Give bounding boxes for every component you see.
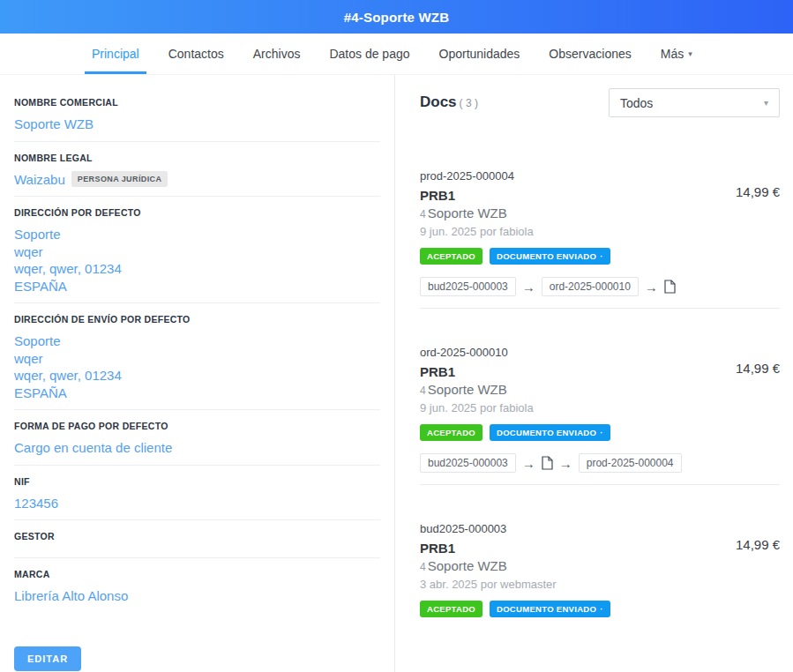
doc-card: ord-2025-000010 PRB1 4Soporte WZB 9 jun.… xyxy=(420,309,780,485)
tab-label: Datos de pago xyxy=(329,47,409,61)
tab-label: Principal xyxy=(92,47,139,61)
tab-archivos[interactable]: Archivos xyxy=(246,34,308,74)
payment-method-link[interactable]: Cargo en cuenta de cliente xyxy=(14,439,380,457)
contact-detail-page: #4-Soporte WZB Principal Contactos Archi… xyxy=(0,0,793,672)
contact-details-panel: NOMBRE COMERCIAL Soporte WZB NOMBRE LEGA… xyxy=(0,75,395,672)
badge-label: DOCUMENTO ENVIADO xyxy=(497,428,596,437)
legal-name-link[interactable]: Waizabu xyxy=(14,171,65,189)
docs-count: ( 3 ) xyxy=(460,97,478,109)
badge-menu-dot: · xyxy=(600,428,602,437)
field-nombre-comercial: NOMBRE COMERCIAL Soporte WZB xyxy=(14,97,380,142)
address-line[interactable]: wqer xyxy=(14,350,380,368)
badge-menu-dot: · xyxy=(600,251,602,261)
doc-amount: 14,99 € xyxy=(736,522,780,617)
status-badge-aceptado: ACEPTADO xyxy=(420,424,483,441)
main-content: NOMBRE COMERCIAL Soporte WZB NOMBRE LEGA… xyxy=(0,75,793,672)
badge-menu-dot: · xyxy=(600,604,602,614)
chain-doc-link[interactable]: bud2025-000003 xyxy=(420,277,516,296)
status-badge-documento-enviado[interactable]: DOCUMENTO ENVIADO · xyxy=(490,424,610,441)
arrow-right-icon: → xyxy=(522,280,535,294)
doc-card: bud2025-000003 PRB1 4Soporte WZB 3 abr. … xyxy=(420,485,780,629)
doc-amount: 14,99 € xyxy=(736,346,780,473)
doc-product-name: PRB1 xyxy=(420,540,610,557)
field-label: NIF xyxy=(14,476,380,487)
tab-oportunidades[interactable]: Oportunidades xyxy=(432,34,527,74)
doc-badges: ACEPTADO DOCUMENTO ENVIADO · xyxy=(420,248,676,265)
docs-title: Docs( 3 ) xyxy=(420,88,478,111)
address-line[interactable]: wqer, qwer, 01234 xyxy=(14,367,380,385)
tab-label: Oportunidades xyxy=(439,47,520,61)
tab-principal[interactable]: Principal xyxy=(85,34,146,74)
arrow-right-icon: → xyxy=(522,457,535,470)
tab-label: Archivos xyxy=(253,47,301,61)
docs-list: prod-2025-000004 PRB1 4Soporte WZB 9 jun… xyxy=(420,169,780,629)
arrow-right-icon: → xyxy=(645,280,658,294)
address-line[interactable]: ESPAÑA xyxy=(14,385,380,402)
doc-product-name: PRB1 xyxy=(420,187,676,205)
doc-code-link[interactable]: ord-2025-000010 xyxy=(420,346,682,360)
nif-value[interactable]: 123456 xyxy=(14,495,380,512)
doc-code-link[interactable]: prod-2025-000004 xyxy=(420,169,676,183)
address-line[interactable]: ESPAÑA xyxy=(14,278,380,295)
docs-panel: Docs( 3 ) Todos ▾ prod-2025-000004 PRB1 xyxy=(395,75,793,672)
docs-filter-value: Todos xyxy=(620,96,653,110)
persona-juridica-badge: PERSONA JURÍDICA xyxy=(71,171,168,187)
address-line[interactable]: wqer, qwer, 01234 xyxy=(14,260,380,278)
chevron-down-icon: ▾ xyxy=(688,50,692,58)
edit-button[interactable]: EDITAR xyxy=(14,646,81,671)
doc-badges: ACEPTADO DOCUMENTO ENVIADO · xyxy=(420,601,610,617)
tab-label: Contactos xyxy=(168,47,224,61)
docs-title-text: Docs xyxy=(420,93,457,110)
field-nombre-legal: NOMBRE LEGAL Waizabu PERSONA JURÍDICA xyxy=(14,153,380,198)
doc-contact: 4Soporte WZB xyxy=(420,557,610,576)
tab-contactos[interactable]: Contactos xyxy=(161,34,231,74)
address-line[interactable]: wqer xyxy=(14,243,380,261)
field-direccion-envio: DIRECCIÓN DE ENVÍO POR DEFECTO Soporte w… xyxy=(14,314,380,410)
doc-code-link[interactable]: bud2025-000003 xyxy=(420,522,610,536)
commercial-name-link[interactable]: Soporte WZB xyxy=(14,116,380,133)
chain-doc-link[interactable]: prod-2025-000004 xyxy=(579,453,682,473)
contact-name: Soporte WZB xyxy=(428,558,507,573)
chevron-down-icon: ▾ xyxy=(764,98,768,108)
field-label: MARCA xyxy=(14,569,380,579)
contact-name: Soporte WZB xyxy=(428,382,507,397)
doc-meta: 9 jun. 2025 por fabiola xyxy=(420,223,676,240)
contact-number: 4 xyxy=(420,385,426,397)
doc-product-name: PRB1 xyxy=(420,363,682,381)
brand-link[interactable]: Librería Alto Alonso xyxy=(14,587,380,605)
field-forma-de-pago: FORMA DE PAGO POR DEFECTO Cargo en cuent… xyxy=(14,421,380,466)
docs-filter-dropdown[interactable]: Todos ▾ xyxy=(609,88,780,117)
doc-amount: 14,99 € xyxy=(736,169,780,296)
page-title: #4-Soporte WZB xyxy=(344,10,449,25)
address-line[interactable]: Soporte xyxy=(14,226,380,243)
doc-meta: 9 jun. 2025 por fabiola xyxy=(420,399,682,416)
window-header: #4-Soporte WZB xyxy=(0,0,793,34)
tab-label: Observaciones xyxy=(549,47,631,61)
arrow-right-icon: → xyxy=(559,457,572,470)
docs-header: Docs( 3 ) Todos ▾ xyxy=(420,88,780,117)
address-line[interactable]: Soporte xyxy=(14,332,380,350)
contact-number: 4 xyxy=(420,561,426,573)
document-icon xyxy=(542,456,553,470)
tab-datos-de-pago[interactable]: Datos de pago xyxy=(322,34,416,74)
field-label: DIRECCIÓN POR DEFECTO xyxy=(14,207,380,218)
status-badge-documento-enviado[interactable]: DOCUMENTO ENVIADO · xyxy=(490,601,610,617)
doc-badges: ACEPTADO DOCUMENTO ENVIADO · xyxy=(420,424,682,441)
doc-card: prod-2025-000004 PRB1 4Soporte WZB 9 jun… xyxy=(420,169,780,309)
field-marca: MARCA Librería Alto Alonso xyxy=(14,569,380,613)
field-gestor: GESTOR xyxy=(14,531,380,558)
doc-contact: 4Soporte WZB xyxy=(420,381,682,399)
chain-doc-link[interactable]: ord-2025-000010 xyxy=(542,277,639,296)
doc-contact: 4Soporte WZB xyxy=(420,205,676,223)
status-badge-documento-enviado[interactable]: DOCUMENTO ENVIADO · xyxy=(490,248,610,265)
chain-doc-link[interactable]: bud2025-000003 xyxy=(420,453,516,473)
field-label: DIRECCIÓN DE ENVÍO POR DEFECTO xyxy=(14,314,380,325)
tab-observaciones[interactable]: Observaciones xyxy=(542,34,638,74)
doc-chain: bud2025-000003 → ord-2025-000010 → xyxy=(420,277,676,296)
field-label: FORMA DE PAGO POR DEFECTO xyxy=(14,421,380,431)
field-nif: NIF 123456 xyxy=(14,476,380,521)
tab-mas[interactable]: Más ▾ xyxy=(654,34,699,74)
contact-number: 4 xyxy=(420,208,426,220)
doc-meta: 3 abr. 2025 por webmaster xyxy=(420,576,610,593)
tab-bar: Principal Contactos Archivos Datos de pa… xyxy=(0,34,793,75)
